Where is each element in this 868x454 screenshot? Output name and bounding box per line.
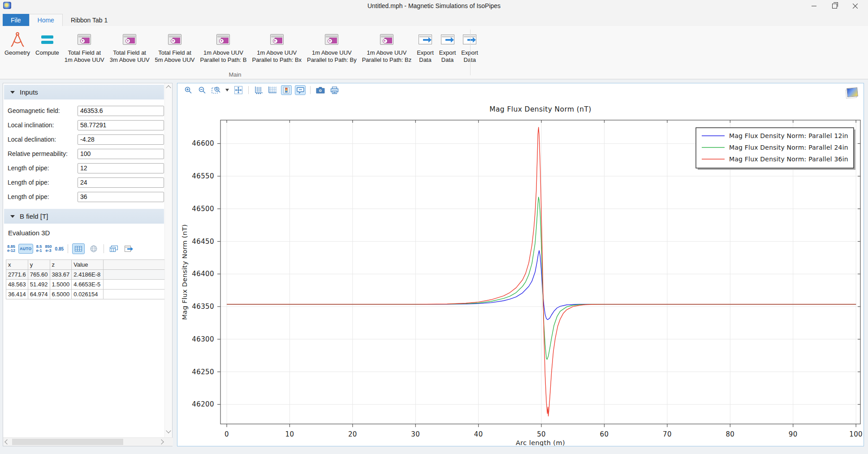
- table-row[interactable]: 2771.6 765.60 383.67 2.4186E-8: [6, 270, 165, 280]
- bfield-section-header[interactable]: B field [T]: [4, 209, 164, 224]
- precision-e1-button[interactable]: 8.5e-1: [36, 245, 42, 253]
- precision-e12-button[interactable]: 8.85e-12: [7, 245, 15, 253]
- tab-home[interactable]: Home: [29, 14, 63, 26]
- plot-parallel-bx-button[interactable]: 1m Above UUVParallel to Path: Bx: [250, 29, 305, 65]
- field-row-permeability: Relative permeability:: [3, 147, 165, 161]
- svg-text:40: 40: [474, 430, 483, 438]
- scrollbar-thumb[interactable]: [12, 439, 123, 445]
- plot-parallel-by-button[interactable]: 1m Above UUVParallel to Path: By: [304, 29, 359, 65]
- plot-window-icon: [380, 30, 393, 49]
- zoom-in-button[interactable]: [183, 85, 194, 95]
- zoom-extents-button[interactable]: [233, 85, 244, 95]
- svg-text:30: 30: [411, 430, 420, 438]
- precision-auto-button[interactable]: AUTO: [18, 244, 33, 254]
- scroll-left-icon[interactable]: [4, 439, 9, 444]
- legend: Mag Flux Density Norm: Parallel 12inMag …: [696, 128, 855, 170]
- svg-text:100: 100: [849, 430, 863, 438]
- col-header-value[interactable]: Value: [72, 260, 104, 270]
- x-axis-label: Arc length (m): [516, 439, 565, 446]
- tooltip-toggle[interactable]: [295, 85, 306, 95]
- plot-parallel-b-button[interactable]: 1m Above UUVParallel to Path: B: [197, 29, 249, 65]
- local-inclination-input[interactable]: [78, 120, 164, 130]
- axis-limits-button[interactable]: [253, 85, 264, 95]
- close-icon: [852, 3, 858, 9]
- inputs-section-header[interactable]: Inputs: [4, 85, 164, 99]
- svg-text:46300: 46300: [192, 335, 214, 343]
- export-data-button-2[interactable]: ExportData: [436, 29, 459, 65]
- local-declination-input[interactable]: [78, 134, 164, 145]
- zoom-extents-icon: [234, 86, 243, 95]
- restore-button[interactable]: [824, 0, 845, 12]
- grid-icon: [268, 86, 277, 94]
- col-header-z[interactable]: z: [50, 260, 72, 270]
- plot-toolbar: [177, 83, 864, 97]
- table-icon: [75, 246, 82, 251]
- compute-button[interactable]: Compute: [33, 29, 62, 57]
- col-header-y[interactable]: y: [28, 260, 50, 270]
- plot-total-field-1m-button[interactable]: Total Field at1m Above UUV: [62, 29, 107, 65]
- close-button[interactable]: [845, 0, 865, 12]
- svg-text:20: 20: [348, 430, 357, 438]
- color-legend-toggle[interactable]: [281, 85, 292, 95]
- vertical-scrollbar[interactable]: [164, 83, 172, 437]
- table-view-toggle[interactable]: [72, 243, 85, 254]
- tab-ribbon-tab-1[interactable]: Ribbon Tab 1: [63, 14, 116, 26]
- tick-labels: 0102030405060708090100462004625046300463…: [192, 139, 863, 438]
- pipe-length-12-input[interactable]: [78, 163, 164, 173]
- plot-total-field-3m-button[interactable]: Total Field at3m Above UUV: [107, 29, 152, 65]
- horizontal-scrollbar[interactable]: [3, 437, 173, 446]
- table-row[interactable]: 36.414 64.974 6.5000 0.026154: [6, 290, 165, 299]
- geometry-button[interactable]: Geometry: [2, 29, 33, 57]
- svg-text:46550: 46550: [192, 172, 214, 180]
- export-data-button-1[interactable]: ExportData: [414, 29, 436, 65]
- globe-icon: [90, 245, 97, 252]
- line-chart: 0102030405060708090100462004625046300463…: [177, 97, 864, 446]
- restore-icon: [832, 4, 837, 9]
- minimize-icon: [812, 6, 816, 6]
- field-row-pipe-24: Length of pipe:: [3, 175, 165, 190]
- svg-text:50: 50: [537, 430, 546, 438]
- scroll-up-icon[interactable]: [166, 85, 171, 90]
- svg-text:46450: 46450: [192, 238, 214, 246]
- svg-text:0: 0: [225, 430, 229, 438]
- svg-text:80: 80: [725, 430, 734, 438]
- precision-e3-button[interactable]: 850e-3: [45, 245, 52, 253]
- scroll-down-icon[interactable]: [166, 428, 171, 433]
- pipe-length-24-input[interactable]: [78, 177, 164, 188]
- pipe-length-36-input[interactable]: [78, 192, 164, 202]
- export-icon: [441, 30, 454, 49]
- field-row-geomagnetic: Geomagnetic field:: [3, 104, 165, 118]
- zoom-box-button[interactable]: [211, 85, 221, 95]
- zoom-out-button[interactable]: [197, 85, 207, 95]
- chevron-down-icon[interactable]: [225, 89, 229, 91]
- image-snapshot-button[interactable]: [315, 85, 326, 95]
- plot-window-icon: [123, 30, 136, 49]
- tab-file[interactable]: File: [3, 14, 29, 26]
- table-header-row: x y z Value: [6, 260, 165, 270]
- plot-total-field-5m-button[interactable]: Total Field at5m Above UUV: [152, 29, 198, 65]
- precision-plain-button[interactable]: 0.85: [55, 247, 64, 251]
- zoom-in-icon: [184, 86, 192, 94]
- print-button[interactable]: [329, 85, 340, 95]
- geomagnetic-field-input[interactable]: [78, 106, 164, 116]
- field-row-pipe-12: Length of pipe:: [3, 161, 165, 175]
- svg-text:46200: 46200: [192, 400, 214, 408]
- export-table-button[interactable]: [123, 244, 134, 254]
- settings-panel: Inputs Geomagnetic field: Local inclinat…: [3, 83, 173, 446]
- col-header-x[interactable]: x: [6, 260, 28, 270]
- new-table-window-button[interactable]: [108, 244, 120, 254]
- relative-permeability-input[interactable]: [78, 149, 164, 159]
- evaluation-table: x y z Value 2771.6 765.60 383.67 2.4186E…: [6, 259, 165, 299]
- plot-snapshot-icon[interactable]: [846, 87, 858, 97]
- plot-window-icon: [270, 30, 284, 49]
- camera-icon: [316, 86, 325, 94]
- collapse-triangle-icon: [10, 215, 15, 218]
- minimize-button[interactable]: [803, 0, 824, 12]
- table-row[interactable]: 48.563 51.492 1.5000 4.6653E-5: [6, 280, 165, 290]
- scroll-right-icon[interactable]: [159, 439, 164, 444]
- grid-toggle-button[interactable]: [267, 85, 278, 95]
- globe-view-button[interactable]: [88, 244, 99, 254]
- svg-text:70: 70: [663, 430, 672, 438]
- chart-title: Mag Flux Density Norm (nT): [489, 105, 592, 113]
- plot-parallel-bz-button[interactable]: 1m Above UUVParallel to Path: Bz: [359, 29, 415, 65]
